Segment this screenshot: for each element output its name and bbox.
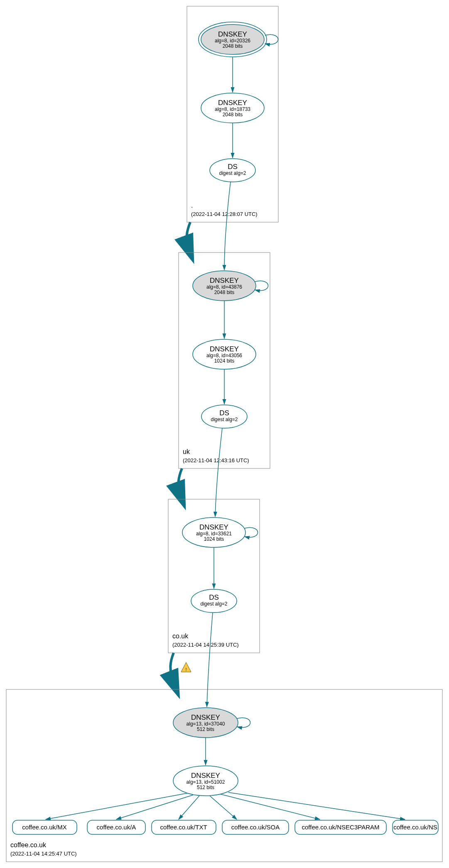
svg-text:coffee.co.uk/A: coffee.co.uk/A — [97, 824, 136, 831]
zone-root-ts: (2022-11-04 12:28:07 UTC) — [191, 211, 258, 217]
edge-couk-ds-coffee-ksk — [207, 613, 213, 707]
edge-couk-ksk-self — [245, 527, 258, 537]
edge-uk-ds-couk-ksk — [215, 428, 222, 517]
rrset-nsec3param[interactable]: coffee.co.uk/NSEC3PARAM — [295, 820, 386, 834]
edge-delegation-root-uk — [186, 222, 190, 250]
svg-text:alg=8, id=43876: alg=8, id=43876 — [206, 284, 242, 290]
edge-uk-ksk-self — [255, 281, 268, 290]
svg-text:coffee.co.uk/NS: coffee.co.uk/NS — [393, 824, 437, 831]
svg-text:512 bits: 512 bits — [197, 785, 214, 790]
svg-text:DNSKEY: DNSKEY — [191, 772, 220, 780]
zone-root-name: . — [191, 202, 193, 209]
svg-text:2048 bits: 2048 bits — [214, 289, 235, 295]
zone-couk-name: co.uk — [172, 633, 189, 640]
svg-text:alg=13, id=37040: alg=13, id=37040 — [186, 721, 225, 727]
svg-text:512 bits: 512 bits — [197, 726, 214, 732]
svg-text:2048 bits: 2048 bits — [223, 43, 243, 49]
svg-text:DNSKEY: DNSKEY — [218, 99, 247, 107]
svg-text:digest alg=2: digest alg=2 — [211, 417, 238, 422]
warning-icon[interactable]: ! — [181, 662, 191, 672]
svg-text:digest alg=2: digest alg=2 — [200, 601, 227, 607]
svg-text:DS: DS — [228, 163, 238, 171]
svg-text:alg=8, id=43056: alg=8, id=43056 — [206, 353, 242, 358]
svg-text:DNSKEY: DNSKEY — [191, 714, 220, 721]
svg-text:DNSKEY: DNSKEY — [218, 30, 247, 38]
svg-text:DS: DS — [209, 593, 219, 601]
zone-coffee-ts: (2022-11-04 14:25:47 UTC) — [10, 851, 77, 857]
svg-text:!: ! — [185, 667, 187, 672]
edge-delegation-uk-couk — [178, 468, 182, 496]
svg-text:alg=8, id=18733: alg=8, id=18733 — [215, 106, 250, 112]
svg-text:coffee.co.uk/NSEC3PARAM: coffee.co.uk/NSEC3PARAM — [302, 824, 379, 831]
svg-text:coffee.co.uk/MX: coffee.co.uk/MX — [22, 824, 66, 831]
rrset-mx[interactable]: coffee.co.uk/MX — [12, 820, 77, 834]
zone-coffee-name: coffee.co.uk — [10, 841, 47, 848]
node-uk-ksk[interactable]: DNSKEY alg=8, id=43876 2048 bits — [193, 271, 256, 301]
node-uk-ds[interactable]: DS digest alg=2 — [201, 405, 247, 428]
svg-text:1024 bits: 1024 bits — [204, 536, 224, 542]
node-root-ksk[interactable]: DNSKEY alg=8, id=20326 2048 bits — [199, 22, 267, 57]
rrset-txt[interactable]: coffee.co.uk/TXT — [152, 820, 216, 834]
svg-text:coffee.co.uk/SOA: coffee.co.uk/SOA — [231, 824, 280, 831]
svg-text:coffee.co.uk/TXT: coffee.co.uk/TXT — [160, 824, 207, 831]
svg-text:alg=8, id=20326: alg=8, id=20326 — [215, 38, 250, 44]
node-couk-ksk[interactable]: DNSKEY alg=8, id=33621 1024 bits — [182, 517, 245, 547]
node-couk-ds[interactable]: DS digest alg=2 — [191, 589, 237, 613]
svg-text:2048 bits: 2048 bits — [223, 112, 243, 118]
edge-delegation-couk-coffee — [170, 653, 174, 685]
rrset-soa[interactable]: coffee.co.uk/SOA — [222, 820, 289, 834]
svg-text:digest alg=2: digest alg=2 — [219, 170, 246, 176]
svg-text:1024 bits: 1024 bits — [214, 358, 235, 364]
edge-coffee-ksk-self — [237, 718, 250, 727]
svg-text:alg=8, id=33621: alg=8, id=33621 — [196, 531, 232, 537]
rrset-a[interactable]: coffee.co.uk/A — [87, 820, 145, 834]
rrset-ns[interactable]: coffee.co.uk/NS — [393, 820, 438, 834]
zone-uk-name: uk — [183, 448, 190, 455]
svg-text:DNSKEY: DNSKEY — [199, 523, 228, 531]
svg-text:DNSKEY: DNSKEY — [210, 345, 239, 353]
node-coffee-zsk[interactable]: DNSKEY alg=13, id=51002 512 bits — [173, 766, 238, 796]
node-uk-zsk[interactable]: DNSKEY alg=8, id=43056 1024 bits — [193, 339, 256, 369]
edge-root-ds-uk-ksk — [224, 182, 231, 270]
svg-text:alg=13, id=51002: alg=13, id=51002 — [186, 779, 225, 785]
node-coffee-ksk[interactable]: DNSKEY alg=13, id=37040 512 bits — [173, 708, 238, 738]
zone-uk-ts: (2022-11-04 12:43:16 UTC) — [183, 457, 249, 463]
zone-couk-ts: (2022-11-04 14:25:39 UTC) — [172, 642, 239, 648]
node-root-zsk[interactable]: DNSKEY alg=8, id=18733 2048 bits — [201, 93, 264, 123]
node-root-ds[interactable]: DS digest alg=2 — [210, 159, 255, 182]
svg-text:DNSKEY: DNSKEY — [210, 277, 239, 284]
svg-text:DS: DS — [219, 409, 229, 417]
